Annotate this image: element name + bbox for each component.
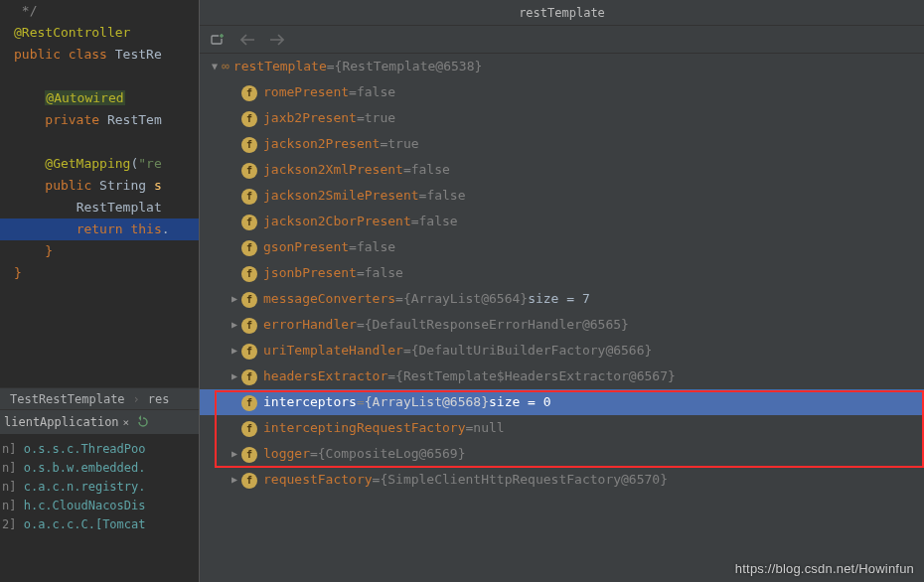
field-icon: f: [241, 240, 257, 256]
code-line[interactable]: [0, 131, 199, 153]
breadcrumb-separator: ›: [133, 392, 140, 406]
tree-field[interactable]: ▶fheadersExtractor = {RestTemplate$Heade…: [200, 364, 924, 389]
console-line: n] c.a.c.n.registry.: [0, 478, 199, 497]
tree-root[interactable]: ▼∞restTemplate = {RestTemplate@6538}: [200, 54, 924, 79]
code-line[interactable]: RestTemplat: [0, 197, 199, 218]
breadcrumb-item[interactable]: TestRestTemplate: [10, 392, 125, 406]
code-line[interactable]: }: [0, 262, 199, 284]
variables-tree[interactable]: ▼∞restTemplate = {RestTemplate@6538}from…: [200, 54, 924, 582]
run-tab-client-application[interactable]: lientApplication ×: [4, 415, 129, 429]
tree-field[interactable]: fjsonbPresent = false: [200, 260, 924, 286]
code-line[interactable]: }: [0, 240, 199, 262]
tree-field[interactable]: ▶furiTemplateHandler = {DefaultUriBuilde…: [200, 338, 924, 364]
field-icon: f: [241, 85, 257, 101]
field-icon: f: [241, 369, 257, 385]
debugger-toolbar: [200, 26, 924, 54]
code-line[interactable]: public class TestRe: [0, 44, 199, 66]
field-icon: f: [241, 473, 257, 489]
tree-field[interactable]: fjackson2XmlPresent = false: [200, 157, 924, 183]
code-editor[interactable]: */@RestControllerpublic class TestRe @Au…: [0, 0, 199, 387]
console-line: n] h.c.CloudNacosDis: [0, 497, 199, 515]
watch-icon: ∞: [222, 54, 230, 79]
code-line[interactable]: private RestTem: [0, 109, 199, 131]
tree-field[interactable]: finterceptingRequestFactory = null: [200, 415, 924, 441]
tree-field[interactable]: fjackson2CborPresent = false: [200, 209, 924, 234]
rerun-icon[interactable]: [135, 414, 151, 430]
field-icon: f: [241, 215, 257, 230]
field-icon: f: [241, 421, 257, 437]
run-tab-label: lientApplication: [4, 415, 119, 429]
tree-field[interactable]: fjaxb2Present = true: [200, 105, 924, 131]
code-line[interactable]: @GetMapping("re: [0, 153, 199, 175]
console-panel[interactable]: n] o.s.s.c.ThreadPoon] o.s.b.w.embedded.…: [0, 434, 199, 582]
tree-field[interactable]: fjackson2SmilePresent = false: [200, 183, 924, 209]
console-line: n] o.s.b.w.embedded.: [0, 459, 199, 478]
breadcrumb[interactable]: TestRestTemplate › res: [0, 387, 199, 410]
code-line[interactable]: [0, 66, 199, 87]
field-icon: f: [241, 266, 257, 282]
watermark-text: https://blog.csdn.net/Howinfun: [735, 561, 914, 576]
field-icon: f: [241, 111, 257, 127]
breadcrumb-item[interactable]: res: [148, 392, 170, 406]
tree-field[interactable]: ▶flogger = {CompositeLog@6569}: [200, 441, 924, 467]
close-icon[interactable]: ×: [123, 416, 130, 429]
code-line[interactable]: */: [0, 0, 199, 22]
console-line: n] o.s.s.c.ThreadPoo: [0, 440, 199, 459]
tree-field[interactable]: fromePresent = false: [200, 79, 924, 105]
tree-field[interactable]: finterceptors = {ArrayList@6568} size = …: [200, 389, 924, 415]
tree-field[interactable]: fjackson2Present = true: [200, 131, 924, 157]
new-watch-icon[interactable]: [210, 32, 226, 48]
code-line[interactable]: return this.: [0, 218, 199, 240]
tree-field[interactable]: ▶fmessageConverters = {ArrayList@6564} s…: [200, 286, 924, 312]
field-icon: f: [241, 163, 257, 179]
field-icon: f: [241, 137, 257, 153]
field-icon: f: [241, 344, 257, 360]
tree-field[interactable]: ▶ferrorHandler = {DefaultResponseErrorHa…: [200, 312, 924, 338]
debugger-variables-panel: restTemplate ▼∞restTemplate = {RestTempl…: [199, 0, 924, 582]
tree-field[interactable]: fgsonPresent = false: [200, 234, 924, 260]
field-icon: f: [241, 447, 257, 463]
field-icon: f: [241, 395, 257, 411]
code-line[interactable]: public String s: [0, 175, 199, 197]
back-arrow-icon[interactable]: [239, 32, 255, 48]
forward-arrow-icon[interactable]: [269, 32, 285, 48]
field-icon: f: [241, 189, 257, 205]
run-tabs: lientApplication ×: [0, 410, 199, 434]
field-icon: f: [241, 318, 257, 334]
debugger-title: restTemplate: [200, 0, 924, 26]
console-line: 2] o.a.c.c.C.[Tomcat: [0, 515, 199, 534]
code-line[interactable]: @RestController: [0, 22, 199, 44]
code-line[interactable]: @Autowired: [0, 87, 199, 109]
tree-field[interactable]: ▶frequestFactory = {SimpleClientHttpRequ…: [200, 467, 924, 493]
field-icon: f: [241, 292, 257, 308]
